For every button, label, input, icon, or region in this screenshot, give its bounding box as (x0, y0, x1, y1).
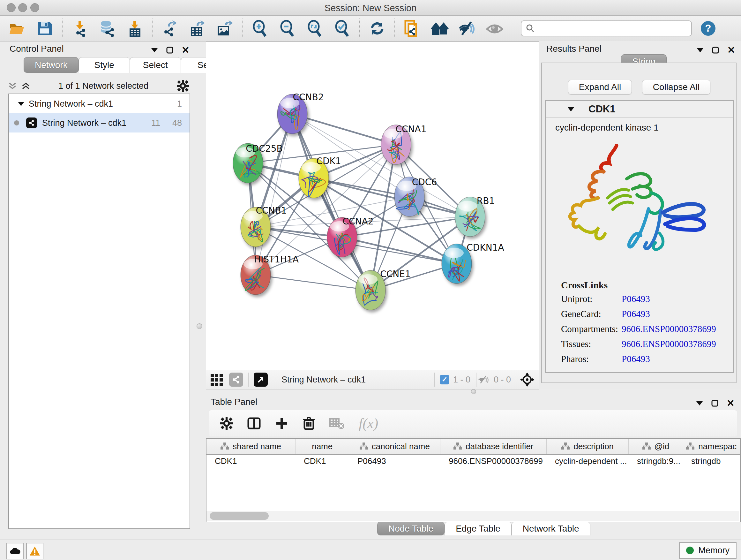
network-row-selected[interactable]: String Network – cdk1 11 48 (9, 113, 190, 132)
search-icon (525, 23, 535, 33)
node-label-CDKN1A: CDKN1A (467, 242, 504, 253)
tab-node-table[interactable]: Node Table (377, 522, 445, 536)
table-cell: cyclin-dependent ... (547, 456, 629, 466)
control-panel-close-icon[interactable]: ✕ (182, 44, 190, 56)
network-collection-label: String Network – cdk1 (29, 99, 177, 109)
column-header-namespac[interactable]: namespac (683, 439, 740, 454)
edge-CCNA2-CDKN1A[interactable] (342, 237, 457, 264)
network-list: String Network – cdk1 1 String Network –… (8, 94, 190, 529)
export-network-icon[interactable] (161, 19, 179, 37)
column-header-description[interactable]: description (547, 439, 629, 454)
crosslink-row: Compartments:9606.ENSP00000378699 (561, 324, 733, 334)
crosslink-value-link[interactable]: P06493 (622, 309, 650, 319)
protein-section-header[interactable]: CDK1 (546, 101, 733, 118)
hidden-counts-icon (478, 374, 490, 385)
expand-all-button[interactable]: Expand All (568, 80, 632, 95)
vertical-splitter-left[interactable] (194, 41, 205, 538)
import-network-from-database-icon[interactable] (98, 19, 116, 37)
results-panel-menu-icon[interactable] (697, 48, 704, 53)
crosslink-row: Uniprot:P06493 (561, 294, 733, 304)
table-hscrollbar-thumb[interactable] (210, 512, 269, 520)
crosslink-value-link[interactable]: 9606.ENSP00000378699 (622, 324, 716, 334)
tab-network[interactable]: Network (23, 57, 79, 73)
hide-selected-icon[interactable] (458, 19, 476, 37)
column-header-name[interactable]: name (295, 439, 349, 454)
crosslink-row: Tissues:9606.ENSP00000378699 (561, 339, 733, 349)
memory-button[interactable]: Memory (679, 542, 737, 559)
protein-collapse-icon[interactable] (567, 107, 575, 112)
crosslink-label: GeneCard: (561, 309, 622, 319)
crosslink-value-link[interactable]: P06493 (622, 354, 650, 364)
delete-column-icon[interactable] (302, 416, 315, 430)
table-panel-title: Table Panel (211, 397, 257, 407)
table-panel-float-icon[interactable] (711, 400, 718, 407)
control-panel-float-icon[interactable] (166, 47, 173, 54)
results-panel-float-icon[interactable] (712, 47, 719, 54)
table-row[interactable]: CDK1CDK1P064939606.ENSP00000378699cyclin… (206, 455, 740, 468)
tab-select[interactable]: Select (130, 57, 181, 73)
selected-nodes-checkbox[interactable]: ✓ (440, 375, 449, 384)
grid-view-icon[interactable] (210, 373, 224, 387)
node-label-CCNE1: CCNE1 (380, 269, 411, 279)
column-tree-icon (360, 442, 368, 450)
refresh-icon[interactable] (368, 19, 386, 37)
expand-all-icon[interactable] (22, 82, 30, 90)
import-table-icon[interactable] (126, 19, 144, 37)
save-session-icon[interactable] (36, 19, 54, 37)
collapse-all-button[interactable]: Collapse All (642, 80, 711, 95)
table-gear-icon[interactable] (220, 417, 233, 430)
table-cell: stringdb:9... (629, 456, 683, 466)
edge-CCNB2-CCNE1[interactable] (292, 114, 370, 290)
control-panel-title: Control Panel (10, 44, 64, 54)
show-hidden-icon[interactable] (486, 19, 503, 37)
warning-button[interactable] (26, 543, 44, 559)
crosslink-label: Pharos: (561, 354, 622, 364)
table-panel-close-icon[interactable]: ✕ (727, 397, 735, 409)
zoom-fit-icon[interactable] (306, 19, 324, 37)
gear-icon[interactable] (177, 80, 189, 92)
duplicate-network-icon[interactable] (403, 19, 421, 37)
network-collection-row[interactable]: String Network – cdk1 1 (9, 94, 190, 113)
crosslink-value-link[interactable]: 9606.ENSP00000378699 (622, 339, 716, 349)
column-header-label: database identifier (466, 442, 533, 451)
protein-description: cyclin-dependent kinase 1 (546, 118, 733, 133)
import-network-icon[interactable] (71, 19, 89, 37)
hidden-counts: 0 - 0 (494, 375, 511, 385)
open-session-icon[interactable] (8, 19, 26, 37)
column-header-shared-name[interactable]: shared name (206, 439, 295, 454)
edge-HIST1H1A-CCNE1[interactable] (256, 275, 370, 290)
select-columns-icon[interactable] (247, 416, 261, 430)
column-header-canonical-name[interactable]: canonical name (349, 439, 441, 454)
collapse-all-icon[interactable] (8, 82, 17, 90)
zoom-selected-icon[interactable] (333, 19, 351, 37)
export-image-icon[interactable] (216, 19, 233, 37)
add-column-icon[interactable] (275, 417, 288, 430)
node-label-CCNA2: CCNA2 (342, 216, 374, 227)
search-input[interactable] (521, 20, 692, 37)
show-all-icon[interactable] (431, 19, 449, 37)
tab-edge-table[interactable]: Edge Table (445, 522, 512, 536)
window-titlebar: Session: New Session (0, 0, 741, 16)
zoom-in-icon[interactable] (251, 19, 269, 37)
table-hscrollbar[interactable] (206, 511, 739, 521)
network-collection-count: 1 (177, 99, 182, 109)
table-panel-menu-icon[interactable] (696, 401, 703, 406)
birdseye-view-icon[interactable] (254, 373, 268, 387)
network-canvas[interactable]: CCNB2CCNA1CDC25BCDK1CDC6RB1CCNB1CCNA2CDK… (206, 42, 539, 370)
results-panel-close-icon[interactable]: ✕ (727, 44, 735, 56)
cloud-button[interactable] (6, 543, 23, 559)
column-header--id[interactable]: @id (629, 439, 683, 454)
help-button[interactable]: ? (701, 21, 716, 36)
crosslink-value-link[interactable]: P06493 (622, 294, 650, 304)
tree-expand-icon[interactable] (18, 102, 24, 106)
fit-content-icon[interactable] (520, 373, 534, 387)
export-table-icon[interactable] (188, 19, 206, 37)
network-share-icon[interactable] (229, 373, 243, 387)
control-panel-menu-icon[interactable] (151, 48, 158, 53)
column-header-database-identifier[interactable]: database identifier (441, 439, 547, 454)
zoom-out-icon[interactable] (278, 19, 296, 37)
edge-CCNB2-CCNA1[interactable] (292, 114, 396, 145)
horizontal-splitter[interactable] (206, 389, 741, 394)
tab-network-table[interactable]: Network Table (512, 522, 590, 536)
tab-style[interactable]: Style (79, 57, 130, 73)
